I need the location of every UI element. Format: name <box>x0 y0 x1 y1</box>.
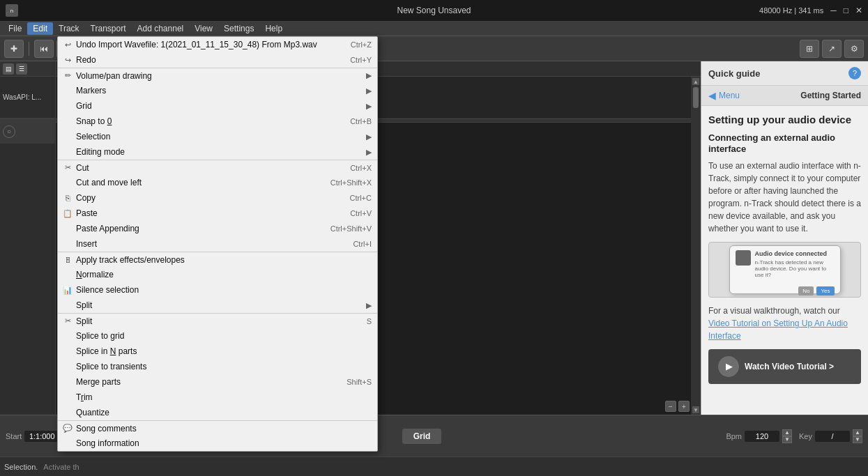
paste-label: Paste <box>75 208 350 218</box>
menu-item-splice-grid[interactable]: Splice to grid <box>58 328 377 344</box>
menu-item-apply-fx[interactable]: 🎚 Apply track effects/envelopes <box>58 252 377 267</box>
menu-item-splice-n[interactable]: Splice in N parts <box>58 344 377 359</box>
video-link-text: Video Tutorial on Setting Up An Audio In… <box>708 318 848 341</box>
paste-shortcut: Ctrl+V <box>350 209 372 217</box>
key-spinner: ▲ ▼ <box>853 429 862 443</box>
add-track-btn[interactable]: ✚ <box>4 40 24 58</box>
scroll-up-btn[interactable]: ▲ <box>692 78 699 85</box>
menu-help[interactable]: Help <box>259 22 288 35</box>
menu-item-song-comments[interactable]: 💬 Song comments <box>58 420 377 436</box>
copy-shortcut: Ctrl+C <box>350 194 372 202</box>
scroll-thumb[interactable] <box>693 87 699 108</box>
menu-item-normalize[interactable]: Normalize <box>58 267 377 282</box>
vol-pan-arrow: ▶ <box>366 71 372 80</box>
menu-item-silence-selection[interactable]: Split ▶ <box>58 298 377 313</box>
cut-label: Cut <box>75 163 350 173</box>
menu-file[interactable]: File <box>3 22 27 35</box>
menu-item-markers[interactable]: Markers ▶ <box>58 83 377 98</box>
menu-item-split[interactable]: ✂ Split S <box>58 313 377 328</box>
menu-item-vol-pan[interactable]: ✏ Volume/pan drawing ▶ <box>58 68 377 83</box>
zoom-controls: − + <box>665 401 690 412</box>
grid-label: Grid <box>402 429 442 444</box>
quick-guide-help-btn[interactable]: ? <box>848 67 861 79</box>
menu-item-song-info[interactable]: Song information <box>58 436 377 451</box>
master-toggle[interactable]: ○ <box>3 125 15 138</box>
nav-menu-btn[interactable]: ◀ Menu <box>708 90 740 101</box>
menu-item-cut-move-left[interactable]: Cut and move left Ctrl+Shift+X <box>58 175 377 190</box>
v-scrollbar[interactable]: ▲ ▼ <box>691 77 701 415</box>
list-btn[interactable]: ☰ <box>16 63 27 75</box>
scan-clipping-label: Silence selection <box>75 285 372 295</box>
walkthrough-prefix: For a visual walkthrough, watch our <box>708 306 840 316</box>
menu-item-insert[interactable]: Insert Ctrl+I <box>58 236 377 252</box>
menu-item-snap[interactable]: Snap to 0 Ctrl+B <box>58 114 377 129</box>
menu-item-editing-mode[interactable]: Editing mode ▶ <box>58 144 377 160</box>
menu-item-merge[interactable]: Merge parts Shift+S <box>58 374 377 390</box>
share-btn[interactable]: ↗ <box>822 40 842 58</box>
snap-btn[interactable]: ⊞ <box>800 40 819 58</box>
paste-appending-shortcut: Ctrl+Shift+V <box>330 224 372 233</box>
menu-item-grid[interactable]: Grid ▶ <box>58 98 377 114</box>
sample-rate-display: 48000 Hz | 341 ms <box>759 6 823 15</box>
menu-item-paste-appending[interactable]: Paste Appending Ctrl+Shift+V <box>58 221 377 236</box>
menu-view[interactable]: View <box>189 22 218 35</box>
scroll-track <box>692 86 699 405</box>
rewind-btn[interactable]: ⏮ <box>34 40 54 58</box>
mix-btn[interactable]: ▤ <box>3 63 14 75</box>
menu-settings[interactable]: Settings <box>218 22 259 35</box>
menu-item-trim[interactable]: Trim <box>58 390 377 405</box>
paste-appending-label: Paste Appending <box>75 224 330 233</box>
start-value[interactable]: 1:1:000 <box>24 431 59 442</box>
dialog-no-btn[interactable]: No <box>798 286 814 295</box>
key-value[interactable]: / <box>815 431 850 442</box>
bpm-value[interactable]: 120 <box>745 431 779 442</box>
key-down-btn[interactable]: ▼ <box>853 436 862 443</box>
close-btn[interactable]: ✕ <box>855 6 862 15</box>
key-up-btn[interactable]: ▲ <box>853 429 862 436</box>
menu-item-paste[interactable]: 📋 Paste Ctrl+V <box>58 206 377 221</box>
editing-mode-label: Editing mode <box>75 147 363 157</box>
split-label: Split <box>75 316 367 326</box>
guide-dialog-image: Audio device connected n-Track has detec… <box>708 242 861 298</box>
split-shortcut: S <box>367 317 372 325</box>
undo-label: Undo Import Wavefile: 1(2021_01_11_15_30… <box>75 40 351 49</box>
video-link[interactable]: Video Tutorial on Setting Up An Audio In… <box>708 318 848 341</box>
editing-mode-arrow: ▶ <box>366 148 372 157</box>
menu-item-splice-transients[interactable]: Splice to transients <box>58 359 377 374</box>
menu-item-selection[interactable]: Selection ▶ <box>58 129 377 144</box>
track-header-1: WasAPI: L... <box>0 77 55 118</box>
menu-item-undo[interactable]: ↩ Undo Import Wavefile: 1(2021_01_11_15_… <box>58 37 377 52</box>
scan-clipping-icon: 📊 <box>61 286 75 295</box>
menu-item-copy[interactable]: ⎘ Copy Ctrl+C <box>58 190 377 206</box>
zoom-out-btn[interactable]: − <box>665 401 676 412</box>
title-bar: n New Song Unsaved 48000 Hz | 341 ms ─ □… <box>0 0 868 21</box>
selection-arrow: ▶ <box>366 132 372 141</box>
normalize-label: Normalize <box>75 270 372 279</box>
watch-video-btn[interactable]: ▶ Watch Video Tutorial > <box>708 349 861 384</box>
menu-item-scan-clipping[interactable]: 📊 Silence selection <box>58 282 377 298</box>
dialog-yes-btn[interactable]: Yes <box>816 286 834 295</box>
scroll-down-btn[interactable]: ▼ <box>692 406 699 413</box>
maximize-btn[interactable]: □ <box>844 6 848 15</box>
menu-item-cut[interactable]: ✂ Cut Ctrl+X <box>58 160 377 175</box>
apply-fx-icon: 🎚 <box>61 256 75 264</box>
zoom-in-btn[interactable]: + <box>678 401 690 412</box>
bpm-up-btn[interactable]: ▲ <box>782 429 792 436</box>
quick-guide-panel: Quick guide ? ◀ Menu Getting Started Set… <box>701 61 868 415</box>
markers-arrow: ▶ <box>366 86 372 95</box>
vol-pan-label: Volume/pan drawing <box>75 71 363 81</box>
bpm-down-btn[interactable]: ▼ <box>782 436 792 443</box>
settings-gear-btn[interactable]: ⚙ <box>844 40 864 58</box>
menu-item-quantize[interactable]: Quantize <box>58 405 377 420</box>
undo-icon: ↩ <box>61 40 75 49</box>
start-section: Start 1:1:000 <box>6 431 59 442</box>
menu-edit[interactable]: Edit <box>27 22 53 35</box>
cut-move-left-shortcut: Ctrl+Shift+X <box>330 178 372 187</box>
bpm-label: Bpm <box>726 432 742 440</box>
menu-track[interactable]: Track <box>53 22 85 35</box>
minimize-btn[interactable]: ─ <box>830 6 837 15</box>
menu-item-redo[interactable]: ↪ Redo Ctrl+Y <box>58 52 377 68</box>
menu-add-channel[interactable]: Add channel <box>132 22 190 35</box>
menu-transport[interactable]: Transport <box>85 22 132 35</box>
insert-label: Insert <box>75 239 353 249</box>
